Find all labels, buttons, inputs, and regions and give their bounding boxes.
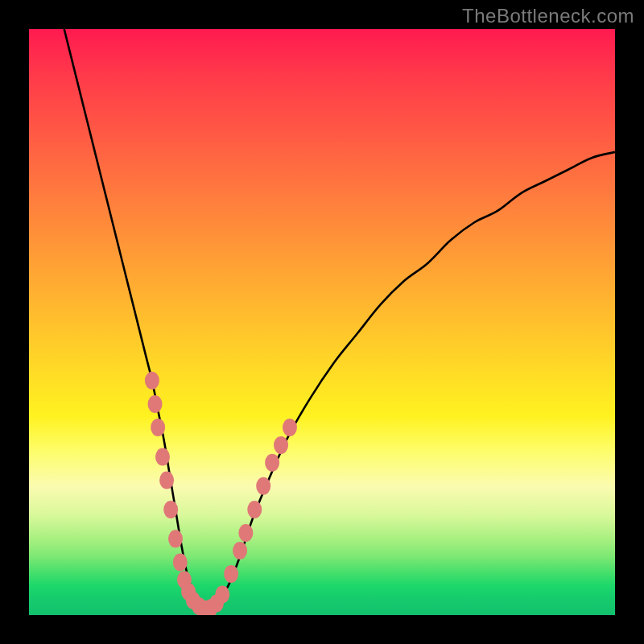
curve-marker	[224, 565, 238, 583]
chart-frame: TheBottleneck.com	[0, 0, 644, 644]
curve-marker	[238, 524, 253, 542]
curve-marker	[163, 501, 178, 518]
bottleneck-curve	[64, 29, 615, 610]
curve-marker	[173, 553, 188, 571]
curve-marker	[215, 586, 229, 604]
curve-markers	[145, 372, 297, 615]
curve-marker	[145, 372, 159, 390]
curve-marker	[148, 395, 163, 413]
watermark-text: TheBottleneck.com	[462, 5, 634, 27]
curve-marker	[256, 477, 270, 495]
curve-marker	[247, 501, 262, 518]
curve-marker	[155, 448, 170, 465]
curve-marker	[283, 419, 297, 436]
curve-marker	[151, 419, 165, 436]
curve-marker	[274, 436, 288, 454]
curve-marker	[168, 530, 183, 547]
plot-area	[29, 29, 615, 615]
curve-marker	[265, 454, 279, 472]
curve-marker	[233, 542, 247, 559]
chart-svg	[29, 29, 615, 615]
curve-marker	[159, 472, 174, 489]
